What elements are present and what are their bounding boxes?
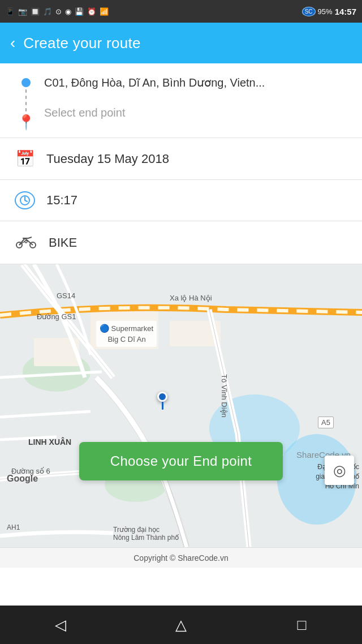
route-row: 📍 C01, Đông Hòa, Dĩ An, Bình Dương, Viet… [17,76,351,130]
map-background: GS14 Đường GS1 Xa lộ Hà Nội Tô Vĩnh Diện… [0,264,362,547]
svg-line-6 [25,238,33,245]
status-time: 14:57 [335,7,356,16]
choose-btn-label: Choose your End point [110,453,252,469]
time-value: 15:17 [46,193,77,208]
music-icon: 🎵 [43,7,52,16]
android-icon: ⊙ [55,7,62,16]
map-label-truong: Trường đại họcNông Lâm Thành phố [113,526,179,542]
map-a5-badge: A5 [318,417,334,428]
map-marker-stem [162,402,163,410]
map-label-linhxuan: LINH XUÂN [28,437,71,446]
map-label-supermarket: 🔵 Supermarket Big C Dĩ An [96,321,157,347]
nav-home-button[interactable]: △ [164,613,198,636]
clock-icon [15,191,35,209]
status-bar-left: 📱 📷 🔲 🎵 ⊙ ◉ 💾 ⏰ 📶 [6,7,109,16]
nav-recents-button[interactable]: □ [285,613,318,636]
choose-end-point-button[interactable]: Choose your End point [79,442,283,480]
wifi-signal: 📶 [100,7,109,16]
copyright-bar: Copyright © ShareCode.vn [0,547,362,568]
svg-line-2 [25,200,27,201]
sharecode-badge: SC [302,7,316,16]
back-button[interactable]: ‹ [10,34,15,52]
route-start-dot [21,78,31,87]
map-section[interactable]: GS14 Đường GS1 Xa lộ Hà Nội Tô Vĩnh Diện… [0,264,362,547]
map-label-gs14: GS14 [57,291,75,300]
route-section: 📍 C01, Đông Hòa, Dĩ An, Bình Dương, Viet… [0,63,362,138]
copyright-text: Copyright © ShareCode.vn [133,553,229,563]
route-dash-2 [25,96,27,99]
bike-icon [15,233,37,252]
status-bar: 📱 📷 🔲 🎵 ⊙ ◉ 💾 ⏰ 📶 SC 95% 14:57 [0,0,362,23]
map-marker [157,392,167,410]
map-label-hanoi: Xa lộ Hà Nội [170,294,212,302]
header-title: Create your route [23,35,140,52]
nav-back-icon: ◁ [55,616,66,634]
map-label-gs1: Đường GS1 [37,312,76,321]
sd-icon: 💾 [75,7,84,16]
map-svg [0,264,362,547]
time-row[interactable]: 15:17 [0,180,362,221]
screenshot-icon: 📷 [18,7,27,16]
phone-icon: 📱 [6,7,15,16]
nav-home-icon: △ [175,616,187,634]
map-google-logo: Google [7,474,38,484]
info-section: 📅 Tuesday 15 May 2018 15:17 [0,138,362,264]
route-labels: C01, Đông Hòa, Dĩ An, Bình Dương, Vietn.… [44,76,351,119]
location-button[interactable]: ◎ [325,456,354,485]
route-dash-1 [25,89,27,93]
location-icon: ◉ [65,7,71,16]
status-bar-right: SC 95% 14:57 [302,7,356,16]
location-btn-icon: ◎ [333,462,346,479]
route-end-label[interactable]: Select end point [44,102,351,119]
wifi-icon: 🔲 [31,7,40,16]
route-dash-4 [25,108,27,111]
route-dashes [25,89,27,111]
svg-point-11 [25,241,27,243]
date-value: Tuesday 15 May 2018 [46,152,169,166]
svg-line-9 [28,237,32,238]
map-marker-dot [157,392,167,402]
alarm-icon: ⏰ [87,7,96,16]
route-icons: 📍 [17,76,35,130]
battery-level: 95% [318,7,333,16]
route-start-label[interactable]: C01, Đông Hòa, Dĩ An, Bình Dương, Vietn.… [44,76,351,102]
date-row[interactable]: 📅 Tuesday 15 May 2018 [0,138,362,180]
route-end-pin: 📍 [17,115,35,130]
transport-row[interactable]: BIKE [0,221,362,264]
route-dash-3 [25,102,27,105]
nav-bar: ◁ △ □ [0,606,362,644]
transport-mode: BIKE [49,235,77,250]
nav-back-button[interactable]: ◁ [44,613,77,636]
map-label-ah1: AH1 [7,523,20,531]
calendar-icon: 📅 [15,149,35,168]
nav-recents-icon: □ [297,616,306,634]
header: ‹ Create your route [0,23,362,63]
choose-btn-wrap: Choose your End point [79,442,283,480]
map-label-tovinh: Tô Vĩnh Diện [220,374,229,418]
